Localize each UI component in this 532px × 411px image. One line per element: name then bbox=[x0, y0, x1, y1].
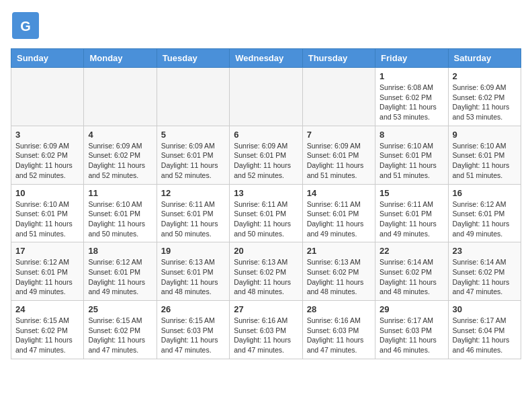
day-number: 25 bbox=[88, 304, 152, 314]
calendar-header-wednesday: Wednesday bbox=[230, 49, 302, 68]
day-number: 22 bbox=[380, 246, 443, 256]
day-number: 12 bbox=[161, 188, 225, 198]
day-number: 27 bbox=[234, 304, 298, 314]
day-number: 11 bbox=[88, 188, 152, 198]
calendar-cell bbox=[84, 68, 157, 126]
calendar-cell: 27Sunrise: 6:16 AMSunset: 6:03 PMDayligh… bbox=[230, 301, 302, 359]
calendar-cell: 7Sunrise: 6:09 AMSunset: 6:01 PMDaylight… bbox=[302, 126, 375, 184]
day-info: Sunrise: 6:15 AMSunset: 6:02 PMDaylight:… bbox=[15, 316, 79, 355]
day-info: Sunrise: 6:09 AMSunset: 6:02 PMDaylight:… bbox=[88, 141, 152, 181]
logo: G bbox=[11, 11, 43, 43]
calendar-cell: 6Sunrise: 6:09 AMSunset: 6:01 PMDaylight… bbox=[230, 126, 302, 184]
day-info: Sunrise: 6:13 AMSunset: 6:01 PMDaylight:… bbox=[161, 257, 225, 297]
day-number: 9 bbox=[453, 130, 517, 140]
calendar-cell: 10Sunrise: 6:10 AMSunset: 6:01 PMDayligh… bbox=[11, 184, 84, 242]
day-info: Sunrise: 6:09 AMSunset: 6:01 PMDaylight:… bbox=[234, 141, 298, 181]
calendar-header-sunday: Sunday bbox=[11, 49, 84, 68]
day-number: 30 bbox=[453, 304, 517, 314]
calendar-cell: 20Sunrise: 6:13 AMSunset: 6:02 PMDayligh… bbox=[230, 242, 302, 301]
day-number: 18 bbox=[88, 246, 152, 256]
calendar-cell: 13Sunrise: 6:11 AMSunset: 6:01 PMDayligh… bbox=[230, 184, 302, 242]
day-info: Sunrise: 6:10 AMSunset: 6:01 PMDaylight:… bbox=[88, 199, 152, 239]
day-number: 17 bbox=[15, 246, 79, 256]
day-number: 24 bbox=[15, 304, 79, 314]
page: G SundayMondayTuesdayWednesdayThursdayFr… bbox=[0, 0, 532, 370]
calendar-cell: 28Sunrise: 6:16 AMSunset: 6:03 PMDayligh… bbox=[302, 301, 375, 359]
calendar-cell: 30Sunrise: 6:17 AMSunset: 6:04 PMDayligh… bbox=[448, 301, 521, 359]
day-info: Sunrise: 6:14 AMSunset: 6:02 PMDaylight:… bbox=[380, 257, 443, 297]
day-info: Sunrise: 6:09 AMSunset: 6:01 PMDaylight:… bbox=[307, 141, 371, 181]
day-number: 26 bbox=[161, 304, 225, 314]
day-info: Sunrise: 6:15 AMSunset: 6:02 PMDaylight:… bbox=[88, 316, 152, 355]
calendar-cell: 23Sunrise: 6:14 AMSunset: 6:02 PMDayligh… bbox=[448, 242, 521, 301]
day-number: 16 bbox=[453, 188, 517, 198]
day-info: Sunrise: 6:12 AMSunset: 6:01 PMDaylight:… bbox=[453, 199, 517, 239]
calendar-cell: 25Sunrise: 6:15 AMSunset: 6:02 PMDayligh… bbox=[84, 301, 157, 359]
calendar-header-friday: Friday bbox=[375, 49, 448, 68]
svg-text:G: G bbox=[20, 19, 31, 34]
calendar-cell: 8Sunrise: 6:10 AMSunset: 6:01 PMDaylight… bbox=[375, 126, 448, 184]
calendar-header-thursday: Thursday bbox=[302, 49, 375, 68]
calendar-cell: 19Sunrise: 6:13 AMSunset: 6:01 PMDayligh… bbox=[157, 242, 229, 301]
calendar-cell: 17Sunrise: 6:12 AMSunset: 6:01 PMDayligh… bbox=[11, 242, 84, 301]
day-number: 13 bbox=[234, 188, 298, 198]
day-info: Sunrise: 6:09 AMSunset: 6:02 PMDaylight:… bbox=[15, 141, 79, 181]
calendar-header-saturday: Saturday bbox=[448, 49, 521, 68]
calendar-cell bbox=[157, 68, 229, 126]
day-info: Sunrise: 6:11 AMSunset: 6:01 PMDaylight:… bbox=[161, 199, 225, 239]
day-info: Sunrise: 6:08 AMSunset: 6:02 PMDaylight:… bbox=[380, 83, 443, 122]
calendar-cell: 9Sunrise: 6:10 AMSunset: 6:01 PMDaylight… bbox=[448, 126, 521, 184]
day-info: Sunrise: 6:16 AMSunset: 6:03 PMDaylight:… bbox=[234, 316, 298, 355]
day-number: 10 bbox=[15, 188, 79, 198]
day-number: 2 bbox=[453, 71, 517, 81]
day-info: Sunrise: 6:10 AMSunset: 6:01 PMDaylight:… bbox=[15, 199, 79, 239]
day-info: Sunrise: 6:10 AMSunset: 6:01 PMDaylight:… bbox=[380, 141, 443, 181]
day-number: 23 bbox=[453, 246, 517, 256]
header: G bbox=[11, 11, 521, 43]
calendar-header-monday: Monday bbox=[84, 49, 157, 68]
day-info: Sunrise: 6:11 AMSunset: 6:01 PMDaylight:… bbox=[380, 199, 443, 239]
day-info: Sunrise: 6:11 AMSunset: 6:01 PMDaylight:… bbox=[234, 199, 298, 239]
calendar-cell: 12Sunrise: 6:11 AMSunset: 6:01 PMDayligh… bbox=[157, 184, 229, 242]
day-number: 20 bbox=[234, 246, 298, 256]
day-number: 1 bbox=[380, 71, 443, 81]
calendar-week-2: 10Sunrise: 6:10 AMSunset: 6:01 PMDayligh… bbox=[11, 184, 521, 242]
day-info: Sunrise: 6:17 AMSunset: 6:04 PMDaylight:… bbox=[453, 316, 517, 355]
calendar-table: SundayMondayTuesdayWednesdayThursdayFrid… bbox=[11, 48, 521, 359]
calendar-cell: 24Sunrise: 6:15 AMSunset: 6:02 PMDayligh… bbox=[11, 301, 84, 359]
day-number: 3 bbox=[15, 130, 79, 140]
calendar-cell: 16Sunrise: 6:12 AMSunset: 6:01 PMDayligh… bbox=[448, 184, 521, 242]
calendar-cell: 1Sunrise: 6:08 AMSunset: 6:02 PMDaylight… bbox=[375, 68, 448, 126]
day-number: 7 bbox=[307, 130, 371, 140]
day-number: 5 bbox=[161, 130, 225, 140]
day-info: Sunrise: 6:11 AMSunset: 6:01 PMDaylight:… bbox=[307, 199, 371, 239]
calendar-cell: 15Sunrise: 6:11 AMSunset: 6:01 PMDayligh… bbox=[375, 184, 448, 242]
calendar-week-1: 3Sunrise: 6:09 AMSunset: 6:02 PMDaylight… bbox=[11, 126, 521, 184]
calendar-cell: 14Sunrise: 6:11 AMSunset: 6:01 PMDayligh… bbox=[302, 184, 375, 242]
day-info: Sunrise: 6:16 AMSunset: 6:03 PMDaylight:… bbox=[307, 316, 371, 355]
day-info: Sunrise: 6:10 AMSunset: 6:01 PMDaylight:… bbox=[453, 141, 517, 181]
calendar-cell: 2Sunrise: 6:09 AMSunset: 6:02 PMDaylight… bbox=[448, 68, 521, 126]
day-number: 21 bbox=[307, 246, 371, 256]
calendar-cell: 4Sunrise: 6:09 AMSunset: 6:02 PMDaylight… bbox=[84, 126, 157, 184]
day-info: Sunrise: 6:09 AMSunset: 6:01 PMDaylight:… bbox=[161, 141, 225, 181]
calendar-week-0: 1Sunrise: 6:08 AMSunset: 6:02 PMDaylight… bbox=[11, 68, 521, 126]
calendar-cell: 3Sunrise: 6:09 AMSunset: 6:02 PMDaylight… bbox=[11, 126, 84, 184]
day-info: Sunrise: 6:12 AMSunset: 6:01 PMDaylight:… bbox=[15, 257, 79, 297]
logo-icon: G bbox=[11, 11, 40, 43]
day-info: Sunrise: 6:13 AMSunset: 6:02 PMDaylight:… bbox=[234, 257, 298, 297]
day-number: 14 bbox=[307, 188, 371, 198]
day-number: 19 bbox=[161, 246, 225, 256]
calendar-cell: 18Sunrise: 6:12 AMSunset: 6:01 PMDayligh… bbox=[84, 242, 157, 301]
calendar-cell: 21Sunrise: 6:13 AMSunset: 6:02 PMDayligh… bbox=[302, 242, 375, 301]
day-number: 4 bbox=[88, 130, 152, 140]
calendar-cell bbox=[302, 68, 375, 126]
day-number: 8 bbox=[380, 130, 443, 140]
day-number: 6 bbox=[234, 130, 298, 140]
day-number: 28 bbox=[307, 304, 371, 314]
calendar-cell: 29Sunrise: 6:17 AMSunset: 6:03 PMDayligh… bbox=[375, 301, 448, 359]
calendar-week-3: 17Sunrise: 6:12 AMSunset: 6:01 PMDayligh… bbox=[11, 242, 521, 301]
day-info: Sunrise: 6:15 AMSunset: 6:03 PMDaylight:… bbox=[161, 316, 225, 355]
calendar-cell bbox=[230, 68, 302, 126]
day-info: Sunrise: 6:14 AMSunset: 6:02 PMDaylight:… bbox=[453, 257, 517, 297]
